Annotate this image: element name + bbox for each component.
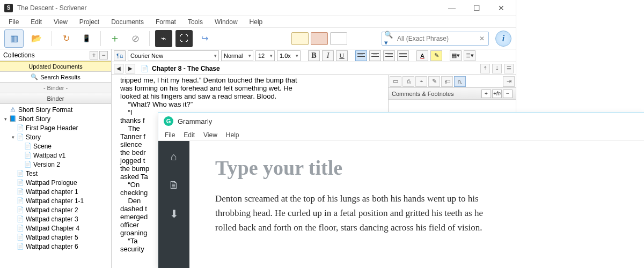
inspector-remove-button[interactable]: − xyxy=(503,90,513,98)
trash-button[interactable]: ⊘ xyxy=(127,30,144,47)
grammarly-window: G Grammarly File Edit View Help ⌂ 🗎 ⬇ Ty… xyxy=(158,113,644,268)
text-color-button[interactable]: A xyxy=(416,50,428,61)
tree-row[interactable]: 📄Wattpad chapter 2 xyxy=(0,205,111,214)
tree-row[interactable]: 📄Wattpad chapter 5 xyxy=(0,233,111,242)
header-btn-3[interactable]: ☰ xyxy=(504,64,514,73)
nav-forward-button[interactable]: ▶ xyxy=(126,64,135,73)
collections-add-button[interactable]: + xyxy=(90,51,98,59)
tree-row[interactable]: ▾📘Short Story xyxy=(0,114,111,123)
menu-file[interactable]: File xyxy=(6,17,21,27)
inspector-add-button[interactable]: + xyxy=(481,90,491,98)
view-mode-document-icon[interactable] xyxy=(291,32,309,45)
keywords-icon[interactable]: ⌁ xyxy=(155,30,172,47)
tree-row[interactable]: 📄Wattpad v1 xyxy=(0,151,111,160)
font-select[interactable]: Courier New xyxy=(128,50,219,61)
bold-button[interactable]: B xyxy=(308,50,320,61)
inspector-tab-metadata-icon[interactable]: ⌁ xyxy=(415,76,427,87)
tab-updated-documents[interactable]: Updated Documents xyxy=(0,61,111,72)
search-clear-icon[interactable]: ✕ xyxy=(478,35,486,42)
align-justify-button[interactable] xyxy=(397,50,409,61)
nav-back-button[interactable]: ◀ xyxy=(114,64,123,73)
main-toolbar: ▥ 📂 ↻ 📱 ＋ ⊘ ⌁ ⛶ ↪ 🔍▾ ✕ i xyxy=(0,28,516,49)
underline-button[interactable]: U xyxy=(336,50,348,61)
close-button[interactable]: ✕ xyxy=(489,0,514,16)
tree-row[interactable]: 📄Wattpad Prologue xyxy=(0,178,111,187)
search-box[interactable]: 🔍▾ ✕ xyxy=(382,32,489,46)
body-text[interactable]: Denton screamed at the top of his lungs … xyxy=(215,191,494,235)
grammarly-sidebar: ⌂ 🗎 ⬇ xyxy=(158,141,189,268)
tree-row[interactable]: 📄Scene xyxy=(0,142,111,151)
header-btn-2[interactable]: ⇣ xyxy=(492,64,502,73)
menu-edit[interactable]: Edit xyxy=(28,17,44,27)
zoom-select[interactable]: 1.0x xyxy=(277,50,301,61)
highlight-button[interactable]: ✎ xyxy=(430,50,442,61)
view-mode-corkboard-icon[interactable] xyxy=(311,32,328,45)
tree-row[interactable]: ▾📄Story xyxy=(0,132,111,142)
tree-row[interactable]: 📄Test xyxy=(0,169,111,178)
align-center-button[interactable] xyxy=(369,50,381,61)
menu-tools[interactable]: Tools xyxy=(186,17,205,27)
menu-window[interactable]: Window xyxy=(213,17,240,27)
collections-icon[interactable]: 📂 xyxy=(27,29,46,48)
title-placeholder[interactable]: Type your title xyxy=(215,156,618,180)
mobile-sync-icon[interactable]: 📱 xyxy=(78,30,95,47)
search-input[interactable] xyxy=(397,35,478,42)
tree-row[interactable]: 📄Wattpad chapter 1-1 xyxy=(0,196,111,205)
gr-menu-edit[interactable]: Edit xyxy=(184,131,195,139)
import-icon[interactable]: ⬇ xyxy=(170,207,179,220)
tree-row[interactable]: 📄Wattpad chapter 1 xyxy=(0,187,111,196)
tab-search-results[interactable]: 🔍Search Results xyxy=(0,72,111,83)
gr-menu-view[interactable]: View xyxy=(203,131,217,139)
maximize-button[interactable]: ☐ xyxy=(464,0,489,16)
binder-toggle-icon[interactable]: ▥ xyxy=(4,29,24,48)
sync-icon[interactable]: ↻ xyxy=(57,30,75,47)
minimize-button[interactable]: — xyxy=(440,0,464,16)
tree-row[interactable]: 📄Wattpad Chapter 4 xyxy=(0,224,111,233)
tree-row[interactable]: 📄Version 2 xyxy=(0,160,111,169)
inspector-tab-notes-icon[interactable]: ▭ xyxy=(390,76,401,87)
binder-tree[interactable]: ⚠Short Story Format▾📘Short Story📄First P… xyxy=(0,104,111,268)
gr-menu-help[interactable]: Help xyxy=(226,131,239,139)
home-icon[interactable]: ⌂ xyxy=(171,151,177,163)
pilcrow-icon[interactable]: ¶a xyxy=(114,50,126,61)
grammarly-editor[interactable]: Type your title Denton screamed at the t… xyxy=(189,141,644,268)
menu-documents[interactable]: Documents xyxy=(109,17,146,27)
add-button[interactable]: ＋ xyxy=(106,30,123,47)
font-size-select[interactable]: 12 xyxy=(255,50,275,61)
tree-row[interactable]: 📄Wattpad chapter 3 xyxy=(0,214,111,224)
window-title: The Descent - Scrivener xyxy=(17,4,86,12)
style-select[interactable]: Normal xyxy=(221,50,253,61)
tree-row[interactable]: 📄Wattpad chapter 6 xyxy=(0,242,111,251)
header-btn-1[interactable]: ⇡ xyxy=(480,64,490,73)
list-button[interactable]: ≣▾ xyxy=(464,50,475,61)
table-button[interactable]: ▦▾ xyxy=(450,50,462,61)
inspector-tab-comments-icon[interactable]: n. xyxy=(454,76,466,87)
align-left-button[interactable] xyxy=(355,50,367,61)
align-right-button[interactable] xyxy=(383,50,395,61)
menu-help[interactable]: Help xyxy=(247,17,265,27)
info-button[interactable]: i xyxy=(495,31,511,47)
grammarly-menubar: File Edit View Help xyxy=(158,129,644,141)
tree-row[interactable]: 📄First Page Header xyxy=(0,123,111,132)
format-bar: ¶a Courier New Normal 12 1.0x B I U A ✎ … xyxy=(112,49,516,62)
inspector-tab-snapshots-icon[interactable]: ✎ xyxy=(428,76,440,87)
gr-menu-file[interactable]: File xyxy=(165,131,175,139)
menu-format[interactable]: Format xyxy=(153,17,178,27)
inspector-tab-bookmarks-icon[interactable]: ⎙ xyxy=(402,76,414,87)
tab-binder[interactable]: - Binder - xyxy=(0,83,111,93)
new-doc-icon[interactable]: 🗎 xyxy=(169,179,179,191)
view-mode-outline-icon[interactable] xyxy=(330,32,347,45)
fullscreen-icon[interactable]: ⛶ xyxy=(175,30,193,47)
menu-view[interactable]: View xyxy=(52,17,70,27)
collections-remove-button[interactable]: − xyxy=(99,51,108,59)
inspector-collapse-icon[interactable]: ⇥ xyxy=(503,76,515,87)
document-title[interactable]: 📄 Chapter 8 - The Chase xyxy=(137,65,478,72)
inspector-fn-button[interactable]: +fn xyxy=(492,90,502,98)
inspector-tab-keywords-icon[interactable]: 🏷 xyxy=(441,76,453,87)
italic-button[interactable]: I xyxy=(322,50,334,61)
tab-search-label: Search Results xyxy=(40,74,80,80)
menu-project[interactable]: Project xyxy=(77,17,101,27)
view-mode-group xyxy=(291,32,347,45)
tree-row[interactable]: ⚠Short Story Format xyxy=(0,105,111,114)
compile-icon[interactable]: ↪ xyxy=(196,30,213,47)
